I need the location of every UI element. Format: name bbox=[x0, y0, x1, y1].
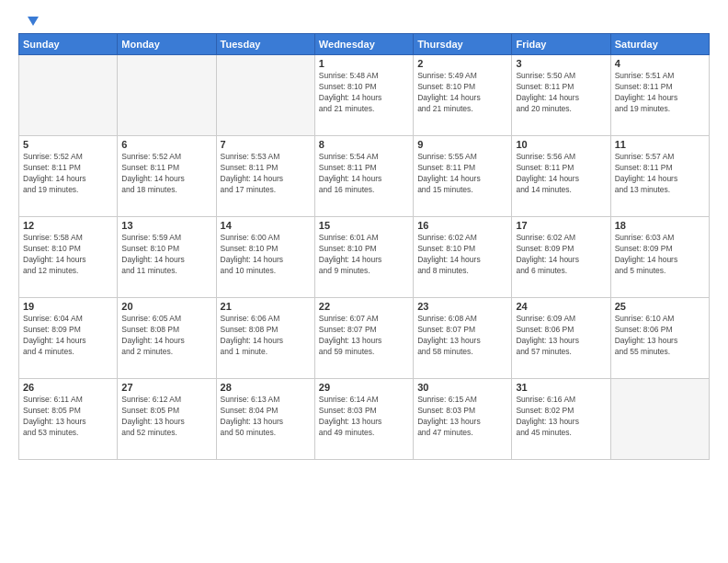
week-row-1: 1Sunrise: 5:48 AMSunset: 8:10 PMDaylight… bbox=[19, 55, 710, 136]
day-number: 27 bbox=[121, 382, 211, 393]
svg-marker-0 bbox=[28, 17, 39, 26]
calendar-cell: 30Sunrise: 6:15 AMSunset: 8:03 PMDayligh… bbox=[414, 379, 512, 460]
calendar-cell: 16Sunrise: 6:02 AMSunset: 8:10 PMDayligh… bbox=[414, 217, 512, 298]
day-info: Sunrise: 6:15 AMSunset: 8:03 PMDaylight:… bbox=[417, 395, 507, 439]
day-number: 10 bbox=[516, 139, 606, 150]
day-info: Sunrise: 6:03 AMSunset: 8:09 PMDaylight:… bbox=[615, 233, 705, 277]
day-info: Sunrise: 6:09 AMSunset: 8:06 PMDaylight:… bbox=[516, 314, 606, 358]
calendar-cell bbox=[216, 55, 314, 136]
day-info: Sunrise: 6:14 AMSunset: 8:03 PMDaylight:… bbox=[319, 395, 409, 439]
day-number: 26 bbox=[23, 382, 113, 393]
day-number: 8 bbox=[319, 139, 409, 150]
day-info: Sunrise: 5:56 AMSunset: 8:11 PMDaylight:… bbox=[516, 152, 606, 196]
calendar-cell: 22Sunrise: 6:07 AMSunset: 8:07 PMDayligh… bbox=[314, 298, 413, 379]
weekday-header-wednesday: Wednesday bbox=[314, 34, 413, 55]
calendar-cell: 21Sunrise: 6:06 AMSunset: 8:08 PMDayligh… bbox=[216, 298, 314, 379]
day-number: 3 bbox=[516, 58, 606, 69]
day-number: 30 bbox=[417, 382, 507, 393]
day-info: Sunrise: 5:48 AMSunset: 8:10 PMDaylight:… bbox=[319, 71, 409, 115]
week-row-3: 12Sunrise: 5:58 AMSunset: 8:10 PMDayligh… bbox=[19, 217, 710, 298]
day-number: 18 bbox=[615, 220, 705, 231]
calendar-cell: 11Sunrise: 5:57 AMSunset: 8:11 PMDayligh… bbox=[610, 136, 709, 217]
day-info: Sunrise: 5:58 AMSunset: 8:10 PMDaylight:… bbox=[23, 233, 113, 277]
day-number: 15 bbox=[319, 220, 409, 231]
calendar-cell: 6Sunrise: 5:52 AMSunset: 8:11 PMDaylight… bbox=[118, 136, 216, 217]
calendar-cell: 17Sunrise: 6:02 AMSunset: 8:09 PMDayligh… bbox=[512, 217, 610, 298]
day-number: 11 bbox=[615, 139, 705, 150]
logo bbox=[18, 15, 39, 26]
day-number: 12 bbox=[23, 220, 113, 231]
day-number: 19 bbox=[23, 301, 113, 312]
week-row-4: 19Sunrise: 6:04 AMSunset: 8:09 PMDayligh… bbox=[19, 298, 710, 379]
day-info: Sunrise: 5:50 AMSunset: 8:11 PMDaylight:… bbox=[516, 71, 606, 115]
calendar-cell: 13Sunrise: 5:59 AMSunset: 8:10 PMDayligh… bbox=[118, 217, 216, 298]
day-number: 2 bbox=[417, 58, 507, 69]
day-info: Sunrise: 6:01 AMSunset: 8:10 PMDaylight:… bbox=[319, 233, 409, 277]
day-info: Sunrise: 5:52 AMSunset: 8:11 PMDaylight:… bbox=[121, 152, 211, 196]
week-row-2: 5Sunrise: 5:52 AMSunset: 8:11 PMDaylight… bbox=[19, 136, 710, 217]
day-number: 31 bbox=[516, 382, 606, 393]
day-info: Sunrise: 5:49 AMSunset: 8:10 PMDaylight:… bbox=[417, 71, 507, 115]
day-number: 24 bbox=[516, 301, 606, 312]
calendar-cell: 14Sunrise: 6:00 AMSunset: 8:10 PMDayligh… bbox=[216, 217, 314, 298]
weekday-header-sunday: Sunday bbox=[19, 34, 118, 55]
day-info: Sunrise: 5:53 AMSunset: 8:11 PMDaylight:… bbox=[221, 152, 311, 196]
calendar-cell: 4Sunrise: 5:51 AMSunset: 8:11 PMDaylight… bbox=[610, 55, 709, 136]
day-number: 21 bbox=[221, 301, 311, 312]
calendar-cell bbox=[118, 55, 216, 136]
day-info: Sunrise: 6:02 AMSunset: 8:09 PMDaylight:… bbox=[516, 233, 606, 277]
calendar-cell: 20Sunrise: 6:05 AMSunset: 8:08 PMDayligh… bbox=[118, 298, 216, 379]
calendar-cell: 28Sunrise: 6:13 AMSunset: 8:04 PMDayligh… bbox=[216, 379, 314, 460]
calendar-cell: 8Sunrise: 5:54 AMSunset: 8:11 PMDaylight… bbox=[314, 136, 413, 217]
weekday-header-friday: Friday bbox=[512, 34, 610, 55]
day-info: Sunrise: 6:02 AMSunset: 8:10 PMDaylight:… bbox=[417, 233, 507, 277]
calendar-cell: 1Sunrise: 5:48 AMSunset: 8:10 PMDaylight… bbox=[314, 55, 413, 136]
calendar-cell: 19Sunrise: 6:04 AMSunset: 8:09 PMDayligh… bbox=[19, 298, 118, 379]
day-info: Sunrise: 6:06 AMSunset: 8:08 PMDaylight:… bbox=[221, 314, 311, 358]
day-info: Sunrise: 5:54 AMSunset: 8:11 PMDaylight:… bbox=[319, 152, 409, 196]
day-info: Sunrise: 6:16 AMSunset: 8:02 PMDaylight:… bbox=[516, 395, 606, 439]
day-number: 17 bbox=[516, 220, 606, 231]
calendar-cell: 3Sunrise: 5:50 AMSunset: 8:11 PMDaylight… bbox=[512, 55, 610, 136]
calendar: SundayMondayTuesdayWednesdayThursdayFrid… bbox=[18, 33, 710, 460]
day-info: Sunrise: 6:10 AMSunset: 8:06 PMDaylight:… bbox=[615, 314, 705, 358]
day-number: 29 bbox=[319, 382, 409, 393]
day-number: 16 bbox=[417, 220, 507, 231]
calendar-cell: 23Sunrise: 6:08 AMSunset: 8:07 PMDayligh… bbox=[414, 298, 512, 379]
day-number: 7 bbox=[221, 139, 311, 150]
calendar-cell bbox=[19, 55, 118, 136]
weekday-header-tuesday: Tuesday bbox=[216, 34, 314, 55]
calendar-cell: 26Sunrise: 6:11 AMSunset: 8:05 PMDayligh… bbox=[19, 379, 118, 460]
day-info: Sunrise: 6:04 AMSunset: 8:09 PMDaylight:… bbox=[23, 314, 113, 358]
weekday-header-monday: Monday bbox=[118, 34, 216, 55]
calendar-cell bbox=[610, 379, 709, 460]
weekday-header-thursday: Thursday bbox=[414, 34, 512, 55]
day-info: Sunrise: 5:51 AMSunset: 8:11 PMDaylight:… bbox=[615, 71, 705, 115]
day-info: Sunrise: 5:55 AMSunset: 8:11 PMDaylight:… bbox=[417, 152, 507, 196]
calendar-cell: 31Sunrise: 6:16 AMSunset: 8:02 PMDayligh… bbox=[512, 379, 610, 460]
day-info: Sunrise: 6:08 AMSunset: 8:07 PMDaylight:… bbox=[417, 314, 507, 358]
day-info: Sunrise: 6:07 AMSunset: 8:07 PMDaylight:… bbox=[319, 314, 409, 358]
calendar-cell: 24Sunrise: 6:09 AMSunset: 8:06 PMDayligh… bbox=[512, 298, 610, 379]
calendar-cell: 18Sunrise: 6:03 AMSunset: 8:09 PMDayligh… bbox=[610, 217, 709, 298]
calendar-cell: 9Sunrise: 5:55 AMSunset: 8:11 PMDaylight… bbox=[414, 136, 512, 217]
calendar-cell: 27Sunrise: 6:12 AMSunset: 8:05 PMDayligh… bbox=[118, 379, 216, 460]
day-number: 25 bbox=[615, 301, 705, 312]
weekday-header-saturday: Saturday bbox=[610, 34, 709, 55]
calendar-cell: 10Sunrise: 5:56 AMSunset: 8:11 PMDayligh… bbox=[512, 136, 610, 217]
day-number: 9 bbox=[417, 139, 507, 150]
calendar-cell: 29Sunrise: 6:14 AMSunset: 8:03 PMDayligh… bbox=[314, 379, 413, 460]
day-number: 5 bbox=[23, 139, 113, 150]
weekday-header-row: SundayMondayTuesdayWednesdayThursdayFrid… bbox=[19, 34, 710, 55]
calendar-cell: 2Sunrise: 5:49 AMSunset: 8:10 PMDaylight… bbox=[414, 55, 512, 136]
calendar-cell: 12Sunrise: 5:58 AMSunset: 8:10 PMDayligh… bbox=[19, 217, 118, 298]
logo-icon bbox=[20, 15, 39, 28]
day-info: Sunrise: 5:52 AMSunset: 8:11 PMDaylight:… bbox=[23, 152, 113, 196]
day-info: Sunrise: 6:11 AMSunset: 8:05 PMDaylight:… bbox=[23, 395, 113, 439]
calendar-cell: 7Sunrise: 5:53 AMSunset: 8:11 PMDaylight… bbox=[216, 136, 314, 217]
calendar-cell: 15Sunrise: 6:01 AMSunset: 8:10 PMDayligh… bbox=[314, 217, 413, 298]
calendar-cell: 25Sunrise: 6:10 AMSunset: 8:06 PMDayligh… bbox=[610, 298, 709, 379]
day-info: Sunrise: 6:00 AMSunset: 8:10 PMDaylight:… bbox=[221, 233, 311, 277]
page: SundayMondayTuesdayWednesdayThursdayFrid… bbox=[0, 0, 728, 563]
day-info: Sunrise: 5:59 AMSunset: 8:10 PMDaylight:… bbox=[121, 233, 211, 277]
